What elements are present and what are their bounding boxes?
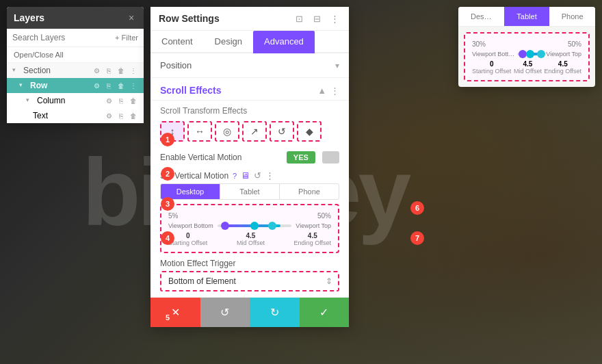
set-vm-help-icon[interactable]: ? [233, 172, 237, 180]
slider-thumb-mid[interactable] [250, 222, 259, 230]
layer-toggle-column[interactable]: ▾ [26, 96, 34, 105]
slider-left-pct: 5% [168, 212, 178, 220]
scroll-effects-more-icon[interactable]: ⋮ [330, 86, 339, 96]
right-tab-tablet[interactable]: Tablet [504, 7, 550, 26]
layer-copy-icon[interactable]: ⎘ [104, 66, 114, 75]
layer-column: ▾ Column ⚙ ⎘ 🗑 [7, 93, 144, 108]
layers-close-button[interactable]: × [126, 12, 137, 23]
device-tab-phone[interactable]: Phone [280, 184, 339, 199]
layer-toggle-row[interactable]: ▾ [19, 81, 27, 90]
right-start-num: 0 [472, 60, 511, 68]
right-start-value: 0 Starting Offset [472, 60, 511, 75]
trigger-select[interactable]: Bottom of Element Top of Element Middle … [161, 272, 338, 290]
panel-footer: ✕ ↺ ↻ ✓ [150, 297, 349, 327]
badge-6: 6 [410, 201, 424, 215]
set-vm-more-icon[interactable]: ⋮ [265, 170, 274, 181]
position-label: Position [160, 60, 335, 70]
layer-section-icons: ⚙ ⎘ 🗑 ⋮ [92, 66, 138, 75]
transform-btn-fade[interactable]: ◎ [215, 121, 239, 142]
transform-btn-blur[interactable]: ◆ [297, 121, 322, 142]
layer-text-delete-icon[interactable]: 🗑 [129, 111, 138, 120]
trigger-label: Motion Effect Trigger [160, 259, 339, 268]
layer-row-copy-icon[interactable]: ⎘ [104, 81, 114, 90]
transform-btn-horizontal[interactable]: ↔ [187, 121, 212, 142]
layer-row-visibility-icon[interactable]: ⚙ [92, 81, 101, 90]
layer-delete-icon[interactable]: 🗑 [116, 66, 126, 75]
motion-effect-trigger: Motion Effect Trigger Bottom of Element … [150, 253, 349, 297]
right-start-label: Starting Offset [472, 68, 511, 75]
position-chevron-icon: ▾ [335, 61, 339, 70]
layer-row-more-icon[interactable]: ⋮ [129, 81, 138, 90]
panel-more-icon[interactable]: ⋮ [328, 12, 341, 25]
slider-top-labels: 5% 50% [168, 212, 331, 220]
layer-column-delete-icon[interactable]: 🗑 [129, 96, 138, 105]
toggle-yes-button[interactable]: YES [287, 151, 315, 164]
device-tab-tablet[interactable]: Tablet [220, 184, 280, 199]
slider-thumb-start[interactable] [221, 222, 229, 230]
layer-text-visibility-icon[interactable]: ⚙ [104, 111, 114, 120]
footer-undo-button[interactable]: ↺ [200, 298, 250, 327]
right-slider-top-labels: 30% 50% [472, 40, 581, 48]
row-settings-panel: Row Settings ⊡ ⊟ ⋮ Content Design Advanc… [150, 7, 349, 327]
right-mid-num: 4.5 [514, 60, 542, 68]
panel-expand-icon[interactable]: ⊡ [293, 12, 305, 25]
layer-section: ▾ Section ⚙ ⎘ 🗑 ⋮ [7, 63, 144, 78]
panel-header-icons: ⊡ ⊟ ⋮ [293, 12, 341, 25]
slider-track[interactable] [218, 224, 291, 227]
layers-search-bar: + Filter [7, 29, 144, 47]
right-mid-label: Mid Offset [514, 68, 542, 75]
scroll-effects-icons: ▲ ⋮ [317, 86, 339, 96]
layer-row-delete-icon[interactable]: 🗑 [116, 81, 126, 90]
badge-2: 2 [161, 167, 174, 181]
right-slider-track[interactable] [517, 53, 543, 55]
tab-design[interactable]: Design [204, 31, 253, 53]
transform-btn-scale[interactable]: ↗ [242, 121, 267, 142]
right-thumb-start[interactable] [519, 50, 527, 58]
panel-title: Row Settings [159, 13, 287, 24]
right-slider-area: 30% 50% Viewport Bott… Viewport Top 0 St… [464, 32, 590, 81]
panel-split-icon[interactable]: ⊟ [311, 12, 323, 25]
set-vm-reset-icon[interactable]: ↺ [254, 170, 261, 181]
layers-search-input[interactable] [12, 33, 111, 42]
set-vm-device-icon[interactable]: 🖥 [241, 170, 250, 181]
tab-advanced[interactable]: Advanced [253, 31, 315, 53]
layer-text-icons: ⚙ ⎘ 🗑 [104, 111, 138, 120]
footer-save-button[interactable]: ✓ [300, 298, 350, 327]
transform-effects-label: Scroll Transform Effects [160, 106, 339, 116]
slider-track-container: Viewport Bottom Viewport Top [168, 222, 331, 229]
right-end-label: Ending Offset [545, 68, 581, 75]
right-thumb-mid[interactable] [526, 50, 534, 58]
transform-btn-rotate[interactable]: ↺ [270, 121, 294, 142]
layer-text-copy-icon[interactable]: ⎘ [116, 111, 126, 120]
scroll-effects-collapse-icon[interactable]: ▲ [317, 86, 326, 96]
scroll-effects-header: Scroll Effects ▲ ⋮ [150, 78, 349, 101]
badge-3: 3 [161, 197, 174, 211]
open-close-all[interactable]: Open/Close All [7, 47, 144, 63]
filter-button[interactable]: + Filter [115, 34, 138, 42]
slider-thumb-end[interactable] [268, 222, 276, 230]
right-slider-track-container: Viewport Bott… Viewport Top [472, 51, 581, 57]
slider-mid-pct: 50% [317, 212, 331, 220]
layer-toggle-section[interactable]: ▾ [12, 66, 21, 75]
layer-more-icon[interactable]: ⋮ [129, 66, 138, 75]
layer-column-visibility-icon[interactable]: ⚙ [104, 96, 114, 105]
toggle-no-button[interactable] [322, 151, 339, 164]
footer-redo-button[interactable]: ↻ [250, 298, 300, 327]
layer-visibility-icon[interactable]: ⚙ [92, 66, 101, 75]
right-panel: Des… Tablet Phone 30% 50% Viewport Bott…… [458, 7, 595, 87]
position-section[interactable]: Position ▾ [150, 53, 349, 78]
right-tab-desktop[interactable]: Des… [458, 7, 504, 26]
tab-content[interactable]: Content [150, 31, 204, 53]
slider-viewport-bottom-label: Viewport Bottom [168, 222, 213, 229]
footer-cancel-button[interactable]: ✕ [150, 298, 200, 327]
slider-start-label: Starting Offset [168, 239, 207, 246]
right-viewport-bottom-label: Viewport Bott… [472, 51, 514, 57]
tabs-bar: Content Design Advanced [150, 31, 349, 53]
right-end-num: 4.5 [545, 60, 581, 68]
right-viewport-top-label: Viewport Top [546, 51, 581, 57]
slider-end-value: 4.5 Ending Offset [294, 232, 331, 246]
right-tab-phone[interactable]: Phone [549, 7, 595, 26]
right-device-tabs: Des… Tablet Phone [458, 7, 595, 27]
layer-column-copy-icon[interactable]: ⎘ [116, 96, 126, 105]
right-thumb-end[interactable] [537, 50, 545, 58]
